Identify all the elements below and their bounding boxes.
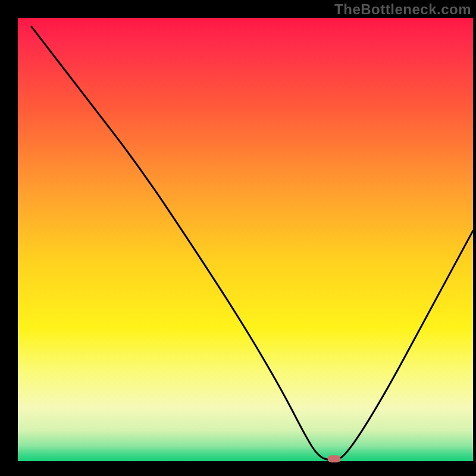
bottleneck-chart: [0, 0, 476, 476]
watermark-text: TheBottleneck.com: [334, 1, 471, 18]
optimal-point-marker: [328, 455, 341, 462]
chart-container: TheBottleneck.com: [0, 0, 476, 476]
plot-area: [18, 18, 473, 461]
